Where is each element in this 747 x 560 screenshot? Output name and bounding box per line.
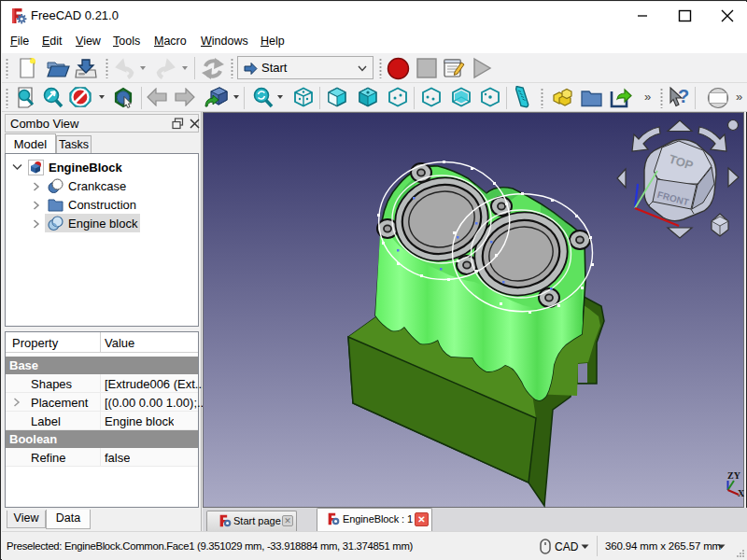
svg-text:ZY: ZY xyxy=(727,470,741,481)
svg-text:X: X xyxy=(738,488,744,498)
